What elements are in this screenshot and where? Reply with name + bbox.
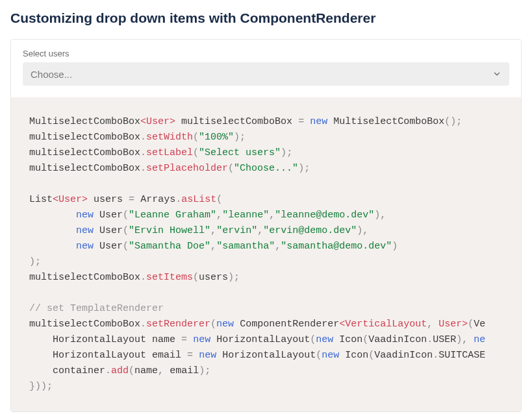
chevron-down-icon[interactable]: [492, 69, 501, 79]
multiselect-combobox[interactable]: Choose...: [23, 62, 509, 86]
combo-label: Select users: [23, 49, 509, 58]
page-title: Customizing drop down items with Compone…: [10, 10, 522, 26]
code-snippet[interactable]: MultiselectComboBox<User> multiselectCom…: [11, 97, 521, 411]
form-area: Select users Choose...: [11, 40, 521, 97]
example-card: Select users Choose... MultiselectComboB…: [10, 39, 522, 412]
combo-placeholder: Choose...: [31, 69, 72, 80]
